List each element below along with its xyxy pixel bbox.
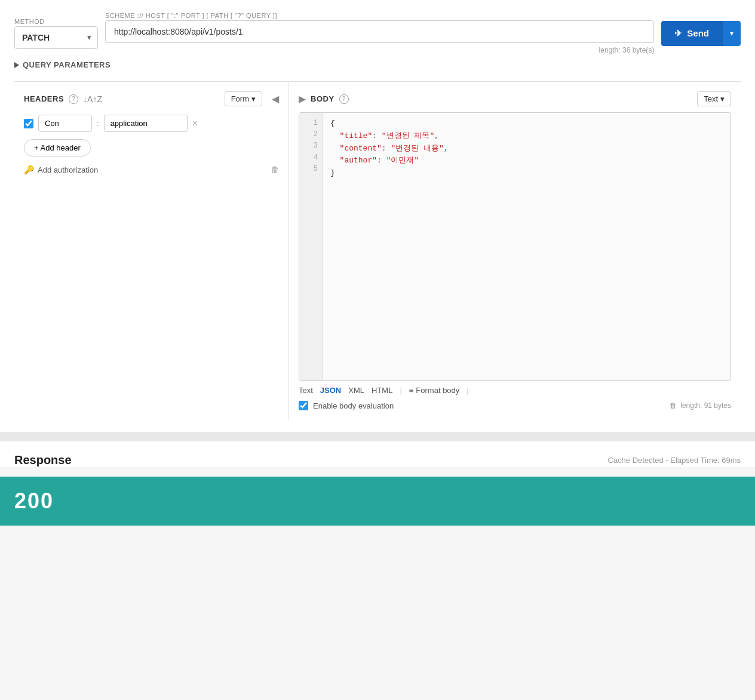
send-icon: ✈ xyxy=(674,28,682,39)
enable-evaluation-label: Enable body evaluation xyxy=(313,401,394,410)
add-authorization-label: Add authorization xyxy=(38,165,98,174)
send-dropdown-arrow-icon: ▾ xyxy=(730,29,733,38)
body-help-icon[interactable]: ? xyxy=(339,94,349,104)
format-type-html[interactable]: HTML xyxy=(372,386,392,395)
divider-1: | xyxy=(400,386,401,395)
request-panel: METHOD PATCH GET POST PUT DELETE HEAD OP… xyxy=(0,0,755,432)
send-button[interactable]: ✈ Send xyxy=(661,21,722,46)
send-dropdown-button[interactable]: ▾ xyxy=(722,21,741,46)
headers-panel-header: HEADERS ? ↓A↑Z Form ▾ ◀ xyxy=(24,91,279,106)
body-length-text: length: 91 bytes xyxy=(680,401,731,410)
enable-evaluation-checkbox[interactable] xyxy=(299,401,308,410)
method-selector[interactable]: PATCH GET POST PUT DELETE HEAD OPTIONS ▾ xyxy=(14,26,98,49)
main-body: HEADERS ? ↓A↑Z Form ▾ ◀ : × + Add header xyxy=(14,81,741,420)
url-length: length: 36 byte(s) xyxy=(105,46,654,54)
enable-evaluation-row: Enable body evaluation 🗑 length: 91 byte… xyxy=(299,401,731,410)
body-panel: ▶ BODY ? Text ▾ 1 2 3 4 5 xyxy=(289,82,741,420)
query-params-toggle[interactable]: QUERY PARAMETERS xyxy=(14,60,741,69)
body-panel-header: ▶ BODY ? Text ▾ xyxy=(299,91,731,106)
header-checkbox[interactable] xyxy=(24,119,33,128)
authorization-trash-icon[interactable]: 🗑 xyxy=(271,165,279,174)
query-params-row: QUERY PARAMETERS xyxy=(14,60,741,69)
format-body-label: Format body xyxy=(416,386,459,395)
response-header: Response Cache Detected - Elapsed Time: … xyxy=(14,453,741,467)
line-number-2: 2 xyxy=(299,129,323,140)
body-format-dropdown[interactable]: Text ▾ xyxy=(697,91,731,106)
headers-sort-icon[interactable]: ↓A↑Z xyxy=(83,94,102,104)
form-dropdown-arrow-icon: ▾ xyxy=(251,94,256,103)
response-meta: Cache Detected - Elapsed Time: 69ms xyxy=(607,456,741,465)
format-type-json[interactable]: JSON xyxy=(320,386,341,395)
body-format-label: Text xyxy=(704,94,718,103)
headers-panel: HEADERS ? ↓A↑Z Form ▾ ◀ : × + Add header xyxy=(14,82,289,420)
header-key-input[interactable] xyxy=(38,115,92,132)
body-trash-icon[interactable]: 🗑 xyxy=(670,401,677,410)
method-section: METHOD PATCH GET POST PUT DELETE HEAD OP… xyxy=(14,18,98,49)
section-separator xyxy=(0,432,755,441)
format-body-button[interactable]: ≡ Format body xyxy=(409,386,460,395)
line-number-5: 5 xyxy=(299,164,323,175)
editor-bottom-bar: Text JSON XML HTML | ≡ Format body | xyxy=(299,386,731,395)
add-authorization-link[interactable]: 🔑 Add authorization 🗑 xyxy=(24,162,279,177)
body-title: BODY xyxy=(311,94,334,103)
divider-2: | xyxy=(466,386,468,395)
header-colon: : xyxy=(97,119,99,128)
expand-right-icon[interactable]: ▶ xyxy=(299,93,306,105)
key-icon: 🔑 xyxy=(24,165,34,174)
line-number-1: 1 xyxy=(299,118,323,129)
url-input[interactable] xyxy=(105,20,654,43)
body-format-dropdown-arrow-icon: ▾ xyxy=(720,94,725,103)
headers-help-icon[interactable]: ? xyxy=(69,94,78,104)
code-content[interactable]: { "title": "변경된 제목", "content": "변경된 내용"… xyxy=(323,113,731,380)
status-code: 200 xyxy=(14,489,54,513)
format-type-text[interactable]: Text xyxy=(299,386,313,395)
line-numbers: 1 2 3 4 5 xyxy=(299,113,323,380)
format-body-icon: ≡ xyxy=(409,386,414,395)
query-params-label: QUERY PARAMETERS xyxy=(23,60,111,69)
line-number-4: 4 xyxy=(299,152,323,164)
url-section: SCHEME :// HOST [ ":" PORT ] [ PATH [ "?… xyxy=(105,12,654,54)
headers-form-dropdown[interactable]: Form ▾ xyxy=(225,91,262,106)
add-header-label: + Add header xyxy=(34,143,81,152)
header-row: : × xyxy=(24,115,279,132)
method-label: METHOD xyxy=(14,18,98,25)
form-label: Form xyxy=(231,94,249,103)
collapse-left-icon[interactable]: ◀ xyxy=(272,93,279,105)
status-bar: 200 xyxy=(0,477,755,526)
method-dropdown-arrow-icon: ▾ xyxy=(81,33,97,42)
line-number-3: 3 xyxy=(299,140,323,152)
send-button-group: ✈ Send ▾ xyxy=(661,21,741,46)
body-length: 🗑 length: 91 bytes xyxy=(670,401,731,410)
method-select[interactable]: PATCH GET POST PUT DELETE HEAD OPTIONS xyxy=(15,27,81,48)
add-header-button[interactable]: + Add header xyxy=(24,139,91,156)
triangle-right-icon xyxy=(14,62,19,68)
top-bar: METHOD PATCH GET POST PUT DELETE HEAD OP… xyxy=(14,12,741,54)
headers-title: HEADERS xyxy=(24,94,64,103)
format-type-xml[interactable]: XML xyxy=(348,386,364,395)
header-delete-icon[interactable]: × xyxy=(192,118,198,129)
url-label: SCHEME :// HOST [ ":" PORT ] [ PATH [ "?… xyxy=(105,12,654,19)
header-value-input[interactable] xyxy=(104,115,188,132)
response-title: Response xyxy=(14,453,72,467)
response-section: Response Cache Detected - Elapsed Time: … xyxy=(0,441,755,467)
send-label: Send xyxy=(687,28,709,38)
code-editor[interactable]: 1 2 3 4 5 { "title": "변경된 제목", "content"… xyxy=(299,112,731,381)
